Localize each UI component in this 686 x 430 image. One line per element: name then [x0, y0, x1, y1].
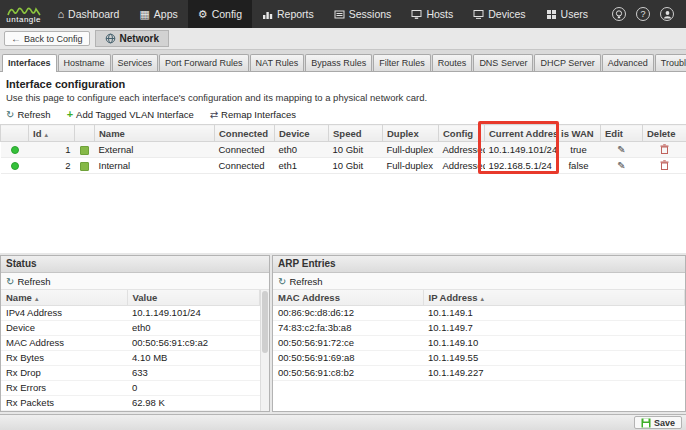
status-name: Rx Packets: [1, 395, 127, 410]
tab-advanced[interactable]: Advanced: [602, 54, 654, 71]
status-name: IPv4 Address: [1, 305, 127, 320]
back-to-config-button[interactable]: Back to Config: [4, 31, 90, 46]
col-ip-address[interactable]: IP Address: [423, 290, 685, 305]
delete-icon[interactable]: [660, 144, 669, 154]
status-dot: [11, 146, 19, 154]
scrollbar-thumb[interactable]: [262, 291, 268, 353]
tab-routes[interactable]: Routes: [432, 54, 473, 71]
app-root: untangle Dashboard Apps Config: [0, 0, 686, 430]
col-type-icon[interactable]: [75, 125, 95, 142]
col-speed[interactable]: Speed: [329, 125, 383, 142]
arp-row[interactable]: 74:83:c2:fa:3b:a8 10.1.149.7: [273, 320, 685, 335]
refresh-icon: [6, 276, 14, 287]
cell-config: Addressed: [439, 158, 485, 174]
status-scrollbar[interactable]: [260, 290, 269, 411]
nav-hosts[interactable]: Hosts: [401, 0, 463, 28]
edit-icon[interactable]: [617, 160, 625, 171]
status-table: Name Value IPv4 Address 10.1.149.101/24 …: [1, 290, 260, 411]
col-edit[interactable]: Edit: [601, 125, 643, 142]
interface-row-internal[interactable]: 2 Internal Connected eth1 10 Gbit Full-d…: [1, 158, 686, 174]
tab-bypass-rules[interactable]: Bypass Rules: [305, 54, 372, 71]
status-row[interactable]: Rx Bytes 4.10 MB: [1, 350, 260, 365]
col-duplex[interactable]: Duplex: [383, 125, 439, 142]
arp-row[interactable]: 00:50:56:91:69:a8 10.1.149.55: [273, 350, 685, 365]
nav-config[interactable]: Config: [188, 0, 252, 28]
col-current-address[interactable]: Current Address: [485, 125, 557, 142]
nav-users[interactable]: Users: [536, 0, 598, 28]
untangle-logo[interactable]: untangle: [0, 0, 47, 28]
tab-port-forward-rules[interactable]: Port Forward Rules: [159, 54, 249, 71]
sub-bar: Back to Config Network: [0, 28, 686, 50]
status-value: 62.98 K: [127, 395, 260, 410]
status-row[interactable]: IPv4 Address 10.1.149.101/24: [1, 305, 260, 320]
tab-interfaces[interactable]: Interfaces: [2, 54, 57, 72]
dashboard-icon: [57, 9, 64, 20]
add-vlan-button[interactable]: Add Tagged VLAN Interface: [67, 108, 194, 121]
arp-ip: 10.1.149.7: [423, 320, 685, 335]
col-device[interactable]: Device: [275, 125, 329, 142]
tab-nat-rules[interactable]: NAT Rules: [250, 54, 305, 71]
interfaces-table: Id Name Connected Device Speed Duplex Co…: [0, 124, 686, 174]
interfaces-toolbar: Refresh Add Tagged VLAN Interface Remap …: [0, 106, 686, 124]
tab-filter-rules[interactable]: Filter Rules: [373, 54, 431, 71]
bulb-icon[interactable]: [612, 7, 626, 21]
nav-label: Hosts: [426, 8, 453, 20]
apps-icon: [139, 9, 149, 20]
col-status[interactable]: [1, 125, 29, 142]
nav-devices[interactable]: Devices: [463, 0, 535, 28]
status-row[interactable]: Device eth0: [1, 320, 260, 335]
delete-icon[interactable]: [660, 160, 669, 170]
refresh-button[interactable]: Refresh: [6, 108, 51, 121]
arp-mac: 00:86:9c:d8:d6:12: [273, 305, 423, 320]
arp-row[interactable]: 00:50:56:91:72:ce 10.1.149.10: [273, 335, 685, 350]
cell-id: 1: [29, 142, 75, 158]
arp-table: MAC Address IP Address 00:86:9c:d8:d6:12…: [273, 290, 685, 381]
nav-sessions[interactable]: Sessions: [324, 0, 402, 28]
status-refresh-button[interactable]: Refresh: [1, 273, 269, 290]
cell-speed: 10 Gbit: [329, 142, 383, 158]
tab-dns-server[interactable]: DNS Server: [473, 54, 533, 71]
globe-icon: [105, 33, 116, 44]
status-row[interactable]: Rx Packets 62.98 K: [1, 395, 260, 410]
arp-entries-panel: ARP Entries Refresh MAC Address IP Addre…: [272, 255, 686, 412]
network-section-tab[interactable]: Network: [95, 30, 169, 47]
col-id[interactable]: Id: [29, 125, 75, 142]
status-value: eth0: [127, 320, 260, 335]
interface-type-icon: [80, 146, 89, 155]
save-button[interactable]: Save: [634, 416, 682, 429]
nav-reports[interactable]: Reports: [252, 0, 324, 28]
tab-services[interactable]: Services: [112, 54, 159, 71]
col-is-wan[interactable]: is WAN: [557, 125, 601, 142]
nav-apps[interactable]: Apps: [129, 0, 187, 28]
col-config[interactable]: Config: [439, 125, 485, 142]
col-status-value[interactable]: Value: [127, 290, 260, 305]
arp-ip: 10.1.149.55: [423, 350, 685, 365]
status-dot: [11, 162, 19, 170]
arp-mac: 00:50:56:91:69:a8: [273, 350, 423, 365]
remap-interfaces-button[interactable]: Remap Interfaces: [210, 108, 296, 121]
tab-troubleshooting[interactable]: Troubleshooting: [655, 54, 686, 71]
remap-icon: [210, 108, 218, 121]
arp-refresh-button[interactable]: Refresh: [273, 273, 685, 290]
arp-row[interactable]: 00:86:9c:d8:d6:12 10.1.149.1: [273, 305, 685, 320]
cell-name: Internal: [95, 158, 215, 174]
interface-row-external[interactable]: 1 External Connected eth0 10 Gbit Full-d…: [1, 142, 686, 158]
arp-mac: 00:50:56:91:72:ce: [273, 335, 423, 350]
tab-hostname[interactable]: Hostname: [58, 54, 111, 71]
col-delete[interactable]: Delete: [643, 125, 686, 142]
col-name[interactable]: Name: [95, 125, 215, 142]
status-row[interactable]: Rx Drop 633: [1, 365, 260, 380]
col-connected[interactable]: Connected: [215, 125, 275, 142]
arp-row[interactable]: 00:50:56:91:c8:b2 10.1.149.227: [273, 365, 685, 380]
col-mac-address[interactable]: MAC Address: [273, 290, 423, 305]
logo-text: untangle: [6, 15, 41, 24]
help-icon[interactable]: [636, 7, 650, 21]
tab-dhcp-server[interactable]: DHCP Server: [534, 54, 600, 71]
status-row[interactable]: Rx Errors 0: [1, 380, 260, 395]
edit-icon[interactable]: [617, 144, 625, 155]
nav-label: Dashboard: [68, 8, 119, 20]
col-status-name[interactable]: Name: [1, 290, 127, 305]
account-icon[interactable]: [660, 7, 674, 21]
status-row[interactable]: MAC Address 00:50:56:91:c9:a2: [1, 335, 260, 350]
nav-dashboard[interactable]: Dashboard: [47, 0, 129, 28]
